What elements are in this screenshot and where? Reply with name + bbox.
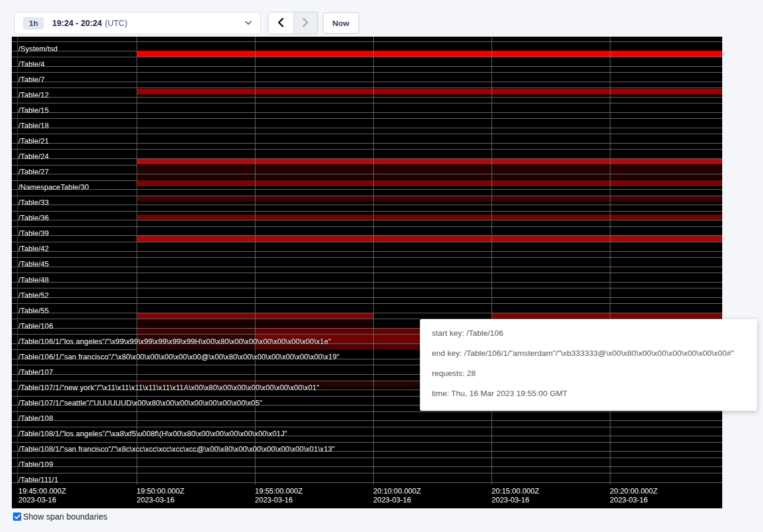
key-row-label: /Table/39 <box>18 229 49 238</box>
key-row-label: /Table/52 <box>18 291 49 300</box>
heat-band <box>137 51 722 56</box>
check-icon <box>14 514 21 520</box>
time-nav-group <box>268 12 318 34</box>
time-gridline <box>373 37 374 485</box>
time-axis: 19:45:00.000Z2023-03-1619:50:00.000Z2023… <box>12 485 722 508</box>
span-boundary-line <box>12 482 722 483</box>
key-row-label: /Table/33 <box>18 199 49 207</box>
key-row-label: /System/tsd <box>18 45 57 53</box>
span-boundary-line <box>12 267 722 267</box>
span-boundary-line <box>12 466 722 467</box>
key-row-label: /Table/106/1/"san francisco"/"\x80\x00\x… <box>18 353 340 361</box>
key-row-label: /Table/109 <box>18 460 53 469</box>
next-time-button[interactable] <box>293 12 318 34</box>
span-boundary-line <box>12 82 722 82</box>
time-gridline <box>137 37 137 485</box>
key-row-label: /Table/107/1/"seattle"/"UUUUUUD\x00\x80\… <box>18 399 262 407</box>
heat-band <box>492 313 722 319</box>
key-row-label: /Table/36 <box>18 214 49 222</box>
span-boundary-line <box>12 442 722 443</box>
span-boundary-line <box>12 282 722 283</box>
span-boundary-line <box>12 149 722 150</box>
span-boundary-line <box>12 57 722 57</box>
heat-band <box>137 196 722 202</box>
span-boundary-line <box>12 66 722 67</box>
show-span-boundaries-label: Show span boundaries <box>23 512 107 521</box>
tooltip-line: time: Thu, 16 Mar 2023 19:55:00 GMT <box>432 388 757 400</box>
chevron-left-icon <box>277 18 284 29</box>
span-boundary-line <box>12 189 722 190</box>
tooltip-line: requests: 28 <box>432 368 757 379</box>
span-boundary-line <box>12 242 722 242</box>
range-preset-badge: 1h <box>23 17 44 30</box>
prev-time-button[interactable] <box>269 12 293 34</box>
tooltip-line: end key: /Table/106/1/"amsterdam"/"\xb33… <box>432 348 757 359</box>
key-row-label: /Table/42 <box>18 245 49 253</box>
span-boundary-line <box>12 251 722 252</box>
span-boundary-line <box>12 143 722 144</box>
key-row-label: /Table/107 <box>18 368 53 377</box>
key-row-label: /Table/24 <box>18 153 49 161</box>
heat-band <box>137 165 722 174</box>
span-boundary-line <box>12 288 722 288</box>
axis-tick-label: 19:55:00.000Z2023-03-16 <box>255 487 303 505</box>
keyvis-canvas[interactable]: 19:45:00.000Z2023-03-1619:50:00.000Z2023… <box>12 37 722 508</box>
span-boundary-line <box>12 303 722 304</box>
span-boundary-line <box>12 411 722 412</box>
time-gridline <box>610 37 610 485</box>
span-boundary-line <box>12 211 722 212</box>
key-row-label: /Table/106/1/"los angeles"/"\x99\x99\x99… <box>18 338 331 346</box>
heat-band <box>137 236 722 241</box>
time-gridline <box>17 37 18 485</box>
span-boundary-line <box>12 297 722 298</box>
key-row-label: /Table/107/1/"new york"/"\x11\x11\x11\x1… <box>18 384 319 392</box>
key-row-label: /Table/27 <box>18 168 49 176</box>
heat-band <box>137 329 255 335</box>
range-timezone: (UTC) <box>105 18 127 28</box>
key-row-label: /Table/18 <box>18 122 49 130</box>
span-boundary-line <box>12 473 722 473</box>
span-boundary-line <box>12 97 722 98</box>
span-boundaries-row: Show span boundaries <box>13 512 107 521</box>
now-button[interactable]: Now <box>323 12 359 34</box>
heat-band <box>137 174 722 180</box>
key-row-label: /Table/106 <box>18 322 53 330</box>
show-span-boundaries-checkbox[interactable] <box>13 512 21 521</box>
key-row-label: /NamespaceTable/30 <box>18 183 89 192</box>
span-boundary-line <box>12 118 722 119</box>
heat-band <box>137 215 722 220</box>
span-boundary-line <box>12 134 722 134</box>
key-row-label: /Table/45 <box>18 260 49 268</box>
time-range-select[interactable]: 1h 19:24 - 20:24 (UTC) <box>14 12 261 34</box>
span-boundary-line <box>12 72 722 73</box>
tooltip-line: start key: /Table/106 <box>432 327 757 339</box>
span-boundary-line <box>12 273 722 273</box>
axis-tick-label: 20:15:00.000Z2023-03-16 <box>492 487 539 505</box>
key-row-label: /Table/15 <box>18 106 49 115</box>
heat-band <box>137 180 722 186</box>
key-row-label: /Table/4 <box>18 60 45 69</box>
chevron-down-icon <box>245 21 252 25</box>
span-boundary-line <box>12 427 722 427</box>
time-gridline <box>492 37 492 485</box>
span-boundary-line <box>12 41 722 42</box>
heat-band <box>137 89 722 95</box>
axis-tick-label: 20:10:00.000Z2023-03-16 <box>373 487 421 505</box>
key-row-label: /Table/108 <box>18 414 53 423</box>
key-row-label: /Table/111/1 <box>18 476 58 484</box>
axis-tick-label: 19:50:00.000Z2023-03-16 <box>137 487 185 505</box>
span-boundary-line <box>12 220 722 220</box>
span-boundary-line <box>12 128 722 128</box>
span-boundary-line <box>12 420 722 421</box>
span-boundary-line <box>12 205 722 205</box>
span-boundary-line <box>12 257 722 258</box>
axis-tick-label: 20:20:00.000Z2023-03-16 <box>610 487 658 505</box>
time-gridline <box>255 37 256 485</box>
key-row-label: /Table/12 <box>18 91 49 99</box>
axis-tick-label: 19:45:00.000Z2023-03-16 <box>18 487 66 505</box>
heat-band <box>137 159 722 164</box>
span-boundary-line <box>12 458 722 458</box>
key-row-label: /Table/55 <box>18 307 49 315</box>
key-row-label: /Table/7 <box>18 76 45 84</box>
key-row-label: /Table/108/1/"san francisco"/"\x8c\xcc\x… <box>18 445 335 453</box>
